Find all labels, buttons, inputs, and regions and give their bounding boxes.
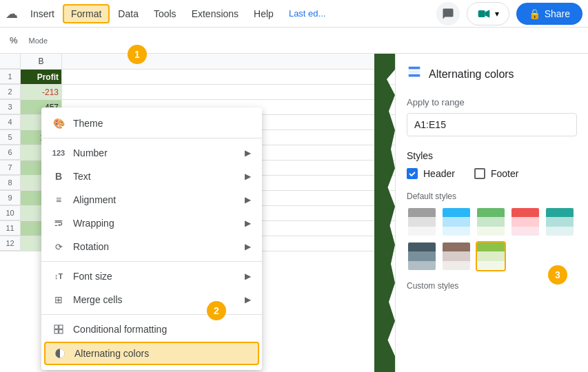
sheet-area: B 1 Profit 2 -213 3 457 4 46 5 1198 6 -4…: [0, 54, 395, 372]
svg-rect-8: [409, 70, 420, 73]
color-swatch-6[interactable]: [407, 241, 437, 271]
menu-help[interactable]: Help: [247, 6, 281, 22]
comment-button[interactable]: [436, 2, 460, 25]
toolbar: % Mode: [0, 28, 588, 54]
sheet-col-header: B: [0, 54, 395, 70]
row-num: 12: [0, 236, 21, 251]
dropdown-item-label: Font size: [73, 271, 112, 282]
top-right-actions: ▾ 🔒 Share: [436, 2, 582, 25]
number-icon: 123: [52, 147, 65, 159]
right-panel: Alternating colors Apply to range Styles…: [395, 54, 588, 372]
dropdown-item-theme[interactable]: 🎨 Theme: [41, 112, 262, 135]
percent-button[interactable]: %: [6, 32, 22, 48]
conditional-svg: [53, 324, 64, 335]
alternating-icon: [54, 347, 66, 360]
dropdown-item-label: Alignment: [73, 194, 116, 205]
dropdown-item-rotation[interactable]: ⟳ Rotation ▶: [41, 235, 262, 258]
color-swatch-5[interactable]: [545, 207, 575, 237]
dropdown-item-wrapping[interactable]: Wrapping ▶: [41, 211, 262, 235]
color-swatch-3[interactable]: [476, 207, 506, 237]
color-swatch-1[interactable]: [407, 207, 437, 237]
color-swatch-4[interactable]: [510, 207, 540, 237]
text-icon: B: [52, 170, 65, 183]
row-num: 9: [0, 191, 21, 205]
svg-rect-3: [59, 325, 63, 329]
wrapping-icon: [52, 217, 65, 229]
main-area: B 1 Profit 2 -213 3 457 4 46 5 1198 6 -4…: [0, 54, 588, 372]
color-swatch-7[interactable]: [441, 241, 472, 271]
table-row: 1 Profit: [0, 70, 395, 85]
row-num: 8: [0, 176, 21, 190]
color-swatch-2[interactable]: [441, 207, 472, 237]
panel-title-text: Alternating colors: [429, 68, 514, 81]
row-num: 1: [0, 70, 21, 84]
arrow-icon: ▶: [245, 295, 251, 304]
dropdown-item-text[interactable]: B Text ▶: [41, 165, 262, 188]
range-input[interactable]: [407, 113, 577, 136]
custom-styles-label: Custom styles: [407, 281, 577, 291]
row-num: 10: [0, 206, 21, 220]
header-checkbox[interactable]: [407, 168, 418, 179]
wrapping-svg: [53, 218, 64, 229]
alternating-svg: [54, 348, 65, 359]
meet-button[interactable]: ▾: [467, 2, 509, 25]
cloud-icon: ☁: [6, 6, 18, 21]
panel-title: Alternating colors: [407, 65, 577, 83]
arrow-icon: ▶: [245, 195, 251, 205]
divider: [41, 261, 262, 262]
svg-rect-0: [478, 10, 485, 17]
svg-rect-9: [409, 74, 420, 77]
check-icon: [409, 170, 416, 177]
arrow-icon: ▶: [245, 218, 251, 228]
col-b-header[interactable]: B: [21, 54, 62, 69]
apply-range-label: Apply to range: [407, 97, 577, 107]
arrow-icon: ▶: [245, 242, 251, 251]
dropdown-item-merge[interactable]: ⊞ Merge cells ▶: [41, 288, 262, 311]
dropdown-item-fontsize[interactable]: ↕T Font size ▶: [41, 265, 262, 288]
rotation-icon: ⟳: [52, 240, 65, 253]
menu-bar: Insert Format Data Tools Extensions Help…: [23, 4, 325, 23]
row-num: 4: [0, 115, 21, 130]
comment-icon: [442, 8, 454, 20]
dropdown-item-label: Conditional formatting: [73, 324, 167, 335]
corner-cell: [0, 54, 21, 69]
dropdown-item-label: Number: [73, 147, 108, 158]
menu-tools[interactable]: Tools: [147, 6, 183, 22]
menu-format[interactable]: Format: [63, 4, 110, 23]
dropdown-item-alignment[interactable]: ≡ Alignment ▶: [41, 188, 262, 211]
dropdown-item-number[interactable]: 123 Number ▶: [41, 141, 262, 165]
menu-data[interactable]: Data: [111, 6, 145, 22]
dropdown-item-alternating[interactable]: Alternating colors: [44, 342, 259, 365]
alternating-panel-icon: [407, 65, 422, 80]
row-num: 5: [0, 130, 21, 145]
footer-label: Footer: [491, 168, 518, 179]
footer-checkbox[interactable]: [474, 168, 485, 179]
data-cell[interactable]: -213: [21, 85, 62, 99]
menu-insert[interactable]: Insert: [23, 6, 61, 22]
last-edit[interactable]: Last ed...: [289, 8, 325, 19]
meet-label: ▾: [495, 9, 499, 19]
share-button[interactable]: 🔒 Share: [516, 3, 582, 25]
fontsize-icon: ↕T: [52, 270, 65, 282]
svg-rect-5: [59, 330, 63, 333]
merge-icon: ⊞: [52, 293, 65, 306]
styles-label: Styles: [407, 150, 577, 161]
arrow-icon: ▶: [245, 271, 251, 281]
torn-edge-decoration: [374, 54, 395, 372]
svg-marker-1: [485, 10, 489, 18]
table-row: 2 -213: [0, 85, 395, 100]
color-swatch-8[interactable]: [476, 241, 506, 271]
data-cell[interactable]: Profit: [21, 70, 62, 84]
menu-extensions[interactable]: Extensions: [185, 6, 245, 22]
dropdown-item-conditional[interactable]: Conditional formatting: [41, 318, 262, 341]
arrow-icon: ▶: [245, 148, 251, 158]
row-num: 7: [0, 161, 21, 175]
dropdown-item-label: Merge cells: [73, 294, 123, 305]
divider: [41, 138, 262, 138]
top-bar: ☁ Insert Format Data Tools Extensions He…: [0, 0, 588, 28]
dropdown-item-label: Rotation: [73, 241, 109, 252]
dropdown-item-label: Alternating colors: [74, 348, 149, 359]
color-swatch-grid: [407, 207, 577, 271]
dropdown-item-label: Text: [73, 171, 91, 182]
svg-rect-4: [54, 330, 58, 333]
